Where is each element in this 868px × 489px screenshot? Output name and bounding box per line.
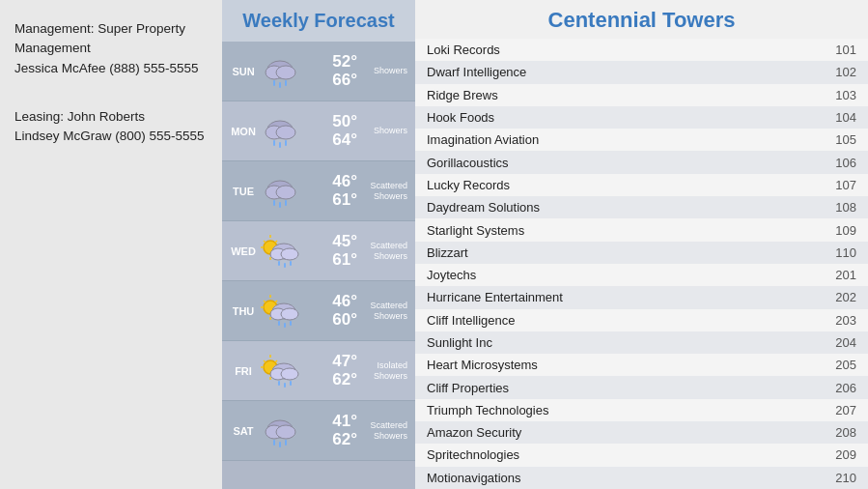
temp-low: 61° (332, 191, 357, 210)
svg-rect-28 (278, 261, 280, 266)
tenant-name: Lucky Records (415, 174, 810, 196)
weather-desc: Scattered Showers (361, 420, 407, 442)
svg-line-49 (264, 360, 266, 362)
tenant-suite: 101 (810, 39, 868, 61)
weather-day-label: FRI (230, 365, 257, 377)
svg-line-50 (275, 360, 277, 362)
weather-temps: 52° 66° (303, 53, 357, 89)
tenant-name: Starlight Systems (415, 218, 810, 241)
weather-temps: 50° 64° (303, 113, 357, 149)
svg-line-36 (264, 301, 266, 302)
weather-desc: Isolated Showers (361, 360, 407, 382)
weather-day-label: WED (230, 245, 257, 257)
tenant-suite: 106 (810, 151, 868, 173)
tenant-suite: 205 (810, 354, 868, 376)
table-row: Gorillacoustics 106 (415, 151, 868, 173)
tenant-name: Spritechnologies (415, 444, 810, 466)
svg-rect-3 (273, 80, 275, 86)
svg-rect-62 (285, 440, 287, 446)
tenant-name: Ridge Brews (415, 84, 810, 106)
weather-day-label: SUN (230, 66, 257, 77)
svg-rect-55 (284, 383, 286, 388)
table-row: Motionavigations 210 (415, 467, 868, 489)
table-row: Lucky Records 107 (415, 174, 868, 196)
svg-rect-9 (273, 140, 275, 146)
table-row: Ridge Brews 103 (415, 84, 868, 106)
tenant-name: Sunlight Inc (415, 331, 810, 354)
left-panel: Management: Super Property Management Je… (0, 0, 222, 489)
weather-desc: Showers (361, 66, 407, 76)
svg-rect-4 (279, 82, 281, 88)
weather-icon (257, 48, 303, 95)
leasing-contact: Lindsey McGraw (800) 555-5555 (14, 129, 205, 143)
temp-low: 61° (332, 251, 357, 270)
svg-rect-41 (278, 321, 280, 326)
temp-low: 66° (332, 72, 357, 90)
management-label: Management: Super Property Management (14, 21, 185, 55)
svg-line-24 (275, 241, 277, 243)
weather-row: FRI 47° 62° Isolated Showers (222, 341, 415, 401)
svg-rect-10 (279, 142, 281, 148)
tenant-suite: 204 (810, 331, 868, 354)
tenant-name: Cliff Intelligence (415, 309, 810, 331)
temp-low: 62° (332, 371, 357, 389)
weather-temps: 46° 60° (303, 293, 357, 329)
table-row: Hurricane Entertainment 202 (415, 286, 868, 308)
tenant-name: Triumph Technologies (415, 399, 810, 421)
tenant-suite: 102 (810, 61, 868, 83)
tenant-name: Cliff Properties (415, 376, 810, 398)
weather-icon (257, 288, 303, 334)
temp-high: 52° (332, 53, 357, 72)
svg-rect-11 (285, 140, 287, 146)
temp-high: 46° (332, 293, 357, 311)
tenant-name: Loki Records (415, 39, 810, 61)
table-row: Cliff Intelligence 203 (415, 309, 868, 331)
svg-point-14 (276, 186, 295, 199)
weather-icon (257, 228, 303, 274)
weather-icon (257, 348, 303, 394)
svg-rect-5 (285, 80, 287, 86)
tenant-suite: 209 (810, 444, 868, 466)
svg-point-40 (281, 308, 298, 320)
weather-temps: 46° 61° (303, 173, 357, 209)
leasing-block: Leasing: John Roberts Lindsey McGraw (80… (14, 107, 208, 147)
weather-temps: 45° 61° (303, 233, 357, 269)
svg-rect-42 (284, 323, 286, 328)
tenant-suite: 110 (810, 242, 868, 264)
tenant-name: Heart Microsystems (415, 354, 810, 376)
weather-row: WED 45° 61° Scattered Showers (222, 221, 415, 281)
weather-icon (257, 168, 303, 215)
tenant-suite: 206 (810, 376, 868, 398)
svg-line-37 (275, 301, 277, 302)
svg-rect-16 (279, 202, 281, 208)
tenant-name: Amazon Security (415, 421, 810, 444)
weather-temps: 47° 62° (303, 353, 357, 388)
tenant-suite: 202 (810, 286, 868, 308)
table-row: Dwarf Intelligence 102 (415, 61, 868, 83)
weather-desc: Scattered Showers (361, 301, 407, 322)
temp-high: 45° (332, 233, 357, 251)
weather-icon (257, 408, 303, 454)
tenant-name: Imagination Aviation (415, 129, 810, 151)
svg-line-23 (264, 241, 266, 243)
svg-rect-56 (290, 381, 292, 386)
weather-row: SAT 41° 62° Scattered Showers (222, 401, 415, 461)
tenant-suite: 107 (810, 174, 868, 196)
svg-rect-54 (278, 381, 280, 386)
temp-low: 62° (332, 431, 357, 449)
svg-rect-61 (279, 442, 281, 447)
table-row: Spritechnologies 209 (415, 444, 868, 466)
svg-point-8 (276, 126, 295, 139)
table-row: Blizzart 110 (415, 242, 868, 264)
tenant-suite: 109 (810, 218, 868, 241)
tenant-suite: 210 (810, 467, 868, 489)
tenant-name: Motionavigations (415, 467, 810, 489)
tenant-suite: 108 (810, 196, 868, 218)
weather-day-label: SAT (230, 425, 257, 437)
tenant-suite: 105 (810, 129, 868, 151)
weather-row: SUN 52° 66° Showers (222, 42, 415, 101)
table-row: Joytechs 201 (415, 264, 868, 286)
table-row: Heart Microsystems 205 (415, 354, 868, 376)
svg-rect-15 (273, 200, 275, 206)
tenant-table: Loki Records 101 Dwarf Intelligence 102 … (415, 39, 868, 489)
